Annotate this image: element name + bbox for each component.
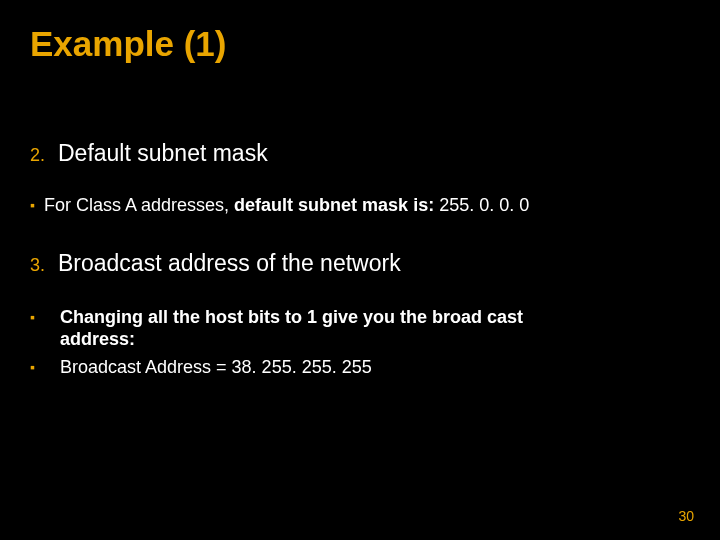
bullet-3a-line2: address: [60, 329, 135, 349]
slide-title: Example (1) [30, 24, 226, 64]
bullet-3a-text: Changing all the host bits to 1 give you… [60, 306, 523, 350]
bullet-2a: ▪ For Class A addresses, default subnet … [30, 194, 690, 216]
bullet-2a-bold: default subnet mask is: [234, 195, 439, 215]
bullet-marker-icon: ▪ [30, 194, 44, 216]
bullet-2a-prefix: For Class A addresses, [44, 195, 234, 215]
list-text-2: Default subnet mask [58, 140, 268, 167]
page-number: 30 [678, 508, 694, 524]
bullet-3b-text: Broadcast Address = 38. 255. 255. 255 [60, 356, 372, 378]
bullet-2a-text: For Class A addresses, default subnet ma… [44, 194, 529, 216]
list-text-3: Broadcast address of the network [58, 250, 401, 277]
list-item-3: 3. Broadcast address of the network [30, 250, 690, 277]
bullet-marker-icon: ▪ [30, 356, 60, 378]
bullet-3a: ▪ Changing all the host bits to 1 give y… [30, 306, 690, 350]
bullet-3b: ▪ Broadcast Address = 38. 255. 255. 255 [30, 356, 690, 378]
list-marker-3: 3. [30, 255, 58, 276]
list-item-2: 2. Default subnet mask [30, 140, 690, 167]
bullet-3a-line1: Changing all the host bits to 1 give you… [60, 307, 523, 327]
slide: Example (1) 2. Default subnet mask ▪ For… [0, 0, 720, 540]
list-marker-2: 2. [30, 145, 58, 166]
bullet-marker-icon: ▪ [30, 306, 60, 328]
bullet-2a-value: 255. 0. 0. 0 [439, 195, 529, 215]
